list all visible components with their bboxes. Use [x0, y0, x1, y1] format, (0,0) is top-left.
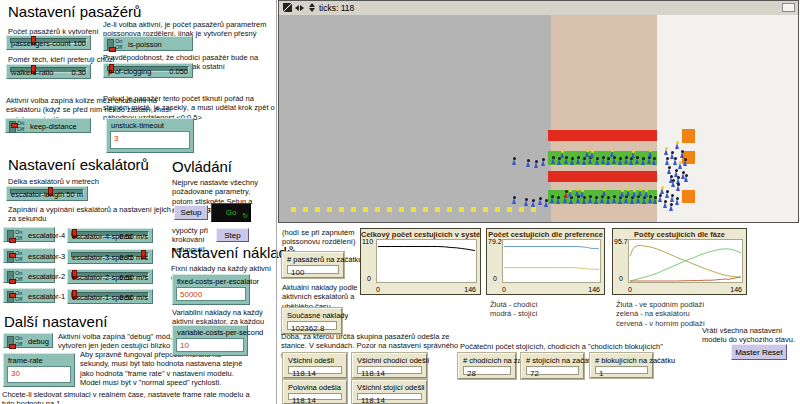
- escalator-2-switch[interactable]: OnOff escalator-2: [3, 268, 55, 283]
- variable-costs-input[interactable]: variable-costs-per-second 10: [172, 325, 248, 356]
- waiting-dot: [507, 207, 512, 212]
- series-celkem: [378, 247, 475, 251]
- p-of-clogging-slider[interactable]: p-of-clogging 0.050: [103, 63, 193, 78]
- input-box[interactable]: 3: [110, 131, 190, 149]
- person-head: [625, 156, 628, 159]
- plot-xmin-label: 0: [502, 286, 506, 293]
- is-poisson-switch[interactable]: OnOff is-poisson: [103, 36, 193, 51]
- person-head: [676, 141, 679, 144]
- input-box[interactable]: 50000: [176, 287, 246, 301]
- setup-button[interactable]: Setup: [174, 205, 208, 220]
- person-agent: [602, 188, 607, 196]
- person-head: [649, 149, 652, 152]
- person-head: [542, 158, 545, 161]
- person-head: [681, 150, 684, 153]
- switch-track: [7, 336, 14, 348]
- person-agent: [551, 156, 556, 164]
- monitor-label: # blokujících na začátku: [595, 356, 675, 365]
- plot-canvas: [628, 239, 743, 283]
- person-agent: [626, 188, 631, 196]
- view-resize-icon[interactable]: [283, 3, 292, 12]
- switch-on-off-labels: OnOff: [15, 270, 22, 282]
- switch-label: escalator-2: [28, 271, 65, 280]
- pan-vertical-icon[interactable]: [307, 3, 316, 12]
- waiting-dot: [315, 207, 320, 212]
- world-canvas: [279, 15, 798, 222]
- start-walkers-monitor: # chodících na začátku 28: [458, 353, 516, 379]
- master-reset-button[interactable]: Master Reset: [731, 344, 787, 360]
- person-head: [676, 197, 679, 200]
- person-agent: [541, 158, 546, 166]
- keep-distance-switch[interactable]: OnOff keep-distance: [5, 118, 91, 133]
- escalator-1-speed-slider[interactable]: escalator-1-speed 0.50 m/s: [67, 289, 153, 304]
- escalator-4-switch[interactable]: OnOff escalator-4: [3, 227, 55, 242]
- walkers-left-monitor: Všichni chodící odešli 118.14: [352, 353, 427, 378]
- world-view: ticks: 118: [278, 0, 799, 223]
- person-agent: [569, 196, 574, 204]
- person-agent: [550, 195, 555, 203]
- go-button[interactable]: Go↻: [211, 203, 251, 222]
- fixed-costs-input[interactable]: fixed-costs-per-escalator 50000: [172, 274, 250, 305]
- panel-divider: [276, 0, 277, 404]
- series-ve spodním podlaží: [630, 245, 741, 277]
- plot-ymin-label: 0: [367, 275, 371, 282]
- escalator-2-speed-slider[interactable]: escalator-2-speed 0.50 m/s: [67, 269, 153, 284]
- walkers-ratio-slider[interactable]: walkers-ratio 0.30: [6, 64, 91, 79]
- person-agent: [560, 150, 565, 158]
- escalator-3-switch[interactable]: OnOff escalator-3: [3, 248, 55, 263]
- person-agent: [534, 160, 539, 168]
- person-agent: [538, 197, 543, 205]
- slider-label: walkers-ratio: [11, 68, 54, 77]
- debug-switch[interactable]: OnOff debug: [3, 333, 53, 348]
- plot-xmin-label: 0: [376, 286, 380, 293]
- step-button[interactable]: Step: [216, 228, 249, 242]
- escalator-3-speed-slider[interactable]: escalator-3-speed 0.75 m/s: [67, 249, 153, 264]
- person-head: [684, 158, 687, 161]
- waiting-dot: [291, 207, 296, 212]
- plot-xmin-label: 0: [628, 286, 632, 293]
- switch-label: keep-distance: [30, 121, 77, 130]
- switch-label: is-poisson: [128, 39, 162, 48]
- person-agent: [648, 149, 653, 157]
- person-agent: [610, 149, 615, 157]
- plot-ymin-label: 0: [619, 275, 623, 282]
- slider-value: 0.50 m/s: [119, 232, 148, 241]
- person-agent: [683, 158, 688, 166]
- escalator-1-switch[interactable]: OnOff escalator-1: [3, 288, 55, 303]
- waiting-dot: [435, 207, 440, 212]
- escalator-length-slider[interactable]: escalator-length 50 m: [6, 186, 88, 201]
- passengers-count-slider[interactable]: passengers-count 100: [6, 35, 91, 50]
- waiting-dot: [411, 207, 416, 212]
- plot-xmax-label: 146: [464, 286, 476, 293]
- person-head: [636, 156, 639, 159]
- input-box[interactable]: 10: [176, 338, 244, 352]
- switch-track: [7, 230, 14, 242]
- person-head: [627, 188, 630, 191]
- unstuck-timeout-input[interactable]: unstuck-timeout 3: [106, 118, 194, 153]
- view-corner-widget[interactable]: [782, 3, 795, 12]
- person-head: [633, 189, 636, 192]
- slider-value: 0.50 m/s: [119, 273, 148, 282]
- monitor-label: Současné náklady: [287, 311, 348, 320]
- plot-phase-legend: Žlutá - ve spodním podlaží zelená - na e…: [616, 300, 705, 328]
- person-head: [586, 149, 589, 152]
- slider-value: 0.30: [71, 68, 86, 77]
- input-box[interactable]: 30: [7, 366, 71, 383]
- pan-horizontal-icon[interactable]: [295, 3, 304, 12]
- all-left-monitor: Všichni odešli 118.14: [283, 353, 347, 378]
- person-head: [611, 149, 614, 152]
- switch-track: [107, 39, 114, 51]
- plot-lines: [377, 240, 476, 282]
- switch-on-off-labels: OnOff: [15, 335, 22, 347]
- escalator-4-speed-slider[interactable]: escalator-4-speed 0.50 m/s: [67, 228, 153, 243]
- person-agent: [667, 166, 672, 174]
- waiting-dot: [303, 207, 308, 212]
- input-value: 30: [11, 369, 20, 378]
- monitor-label: # pasažérů na začátku: [287, 255, 362, 264]
- frame-rate-input[interactable]: frame-rate 30: [3, 353, 75, 387]
- person-head: [685, 174, 688, 177]
- waiting-dot: [495, 207, 500, 212]
- person-head: [577, 156, 580, 159]
- monitor-label: # stojících na začátku: [526, 356, 598, 365]
- person-head: [552, 156, 555, 159]
